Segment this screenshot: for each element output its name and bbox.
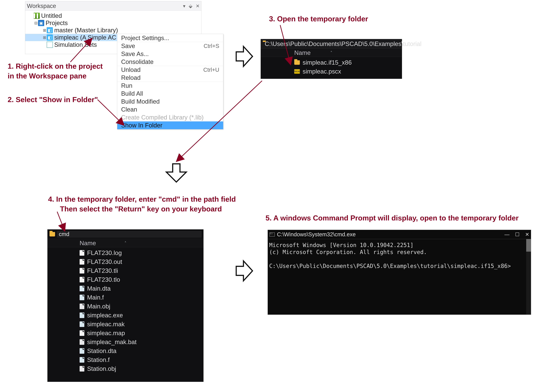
list-item[interactable]: Main.f: [48, 293, 203, 302]
file-name: FLAT230.log: [87, 249, 122, 256]
dropdown-icon[interactable]: ▾: [183, 1, 185, 11]
expand-icon[interactable]: ⊞: [42, 28, 47, 33]
context-menu: Project Settings... Save Ctrl+S Save As.…: [117, 34, 223, 129]
column-name-label: Name: [80, 240, 96, 247]
folder-icon: [49, 232, 55, 236]
list-item[interactable]: simpleac.exe: [48, 311, 203, 320]
step-4-line-a: 4. In the temporary folder, enter "cmd" …: [48, 195, 236, 203]
projects-icon: ▣: [38, 20, 44, 26]
scrollbar[interactable]: [526, 239, 531, 315]
tree-label-untitled: Untitled: [41, 12, 62, 19]
simsets-icon: [47, 42, 53, 48]
step-5-annotation: 5. A windows Command Prompt will display…: [266, 213, 519, 223]
menu-label: Save: [121, 42, 135, 49]
tree-row-projects[interactable]: ⊟ ▣ Projects: [25, 19, 201, 27]
file-icon: [80, 339, 84, 345]
menu-label: Consolidate: [121, 58, 153, 65]
list-item[interactable]: Station.dta: [48, 346, 203, 355]
menu-label: Show In Folder: [121, 122, 162, 129]
tree-label-simsets: Simulation Sets: [54, 41, 97, 48]
list-item[interactable]: Station.f: [48, 355, 203, 364]
list-item[interactable]: PSCAD simpleac.pscx: [261, 67, 402, 76]
folder-icon: [294, 60, 300, 65]
file-icon: [80, 259, 84, 265]
menu-label: Reload: [121, 74, 140, 81]
list-item[interactable]: Main.obj: [48, 302, 203, 311]
list-item[interactable]: simpleac.map: [48, 329, 203, 338]
step-2-annotation: 2. Select "Show in Folder": [8, 95, 98, 104]
file-icon: [80, 286, 84, 291]
list-item[interactable]: FLAT230.log: [48, 248, 203, 257]
file-name: simpleac.map: [87, 330, 125, 336]
tree-label-projects: Projects: [46, 19, 68, 27]
address-input[interactable]: [57, 231, 201, 238]
menu-run[interactable]: Run: [117, 82, 223, 89]
scrollbar-thumb[interactable]: [526, 239, 531, 252]
cmd-line: (c) Microsoft Corporation. All rights re…: [269, 249, 427, 255]
menu-consolidate[interactable]: Consolidate: [117, 58, 223, 66]
project-stack-icon: ▌▌: [33, 13, 40, 19]
list-item[interactable]: FLAT230.tli: [48, 266, 203, 275]
library-icon: ◧: [47, 27, 53, 33]
list-item[interactable]: FLAT230.out: [48, 257, 203, 266]
pin-icon[interactable]: ⬙: [189, 1, 192, 11]
menu-show-in-folder[interactable]: Show In Folder: [117, 121, 223, 129]
menu-reload[interactable]: Reload: [117, 74, 223, 82]
tree-row-untitled[interactable]: ▌▌ Untitled: [25, 12, 201, 19]
menu-save-as[interactable]: Save As...: [117, 50, 223, 58]
file-icon: [80, 348, 84, 354]
menu-label: Clean: [121, 106, 137, 113]
cmd-output[interactable]: Microsoft Windows [Version 10.0.19042.22…: [268, 239, 531, 315]
expand-icon[interactable]: ⊞: [42, 35, 47, 40]
explorer-address-bar[interactable]: C:\Users\Public\Documents\PSCAD\5.0\Exam…: [261, 39, 402, 49]
file-name: Main.dta: [87, 285, 111, 292]
explorer-tutorial-folder: C:\Users\Public\Documents\PSCAD\5.0\Exam…: [261, 39, 402, 79]
cmd-line: Microsoft Windows [Version 10.0.19042.22…: [269, 242, 414, 248]
file-icon: [80, 321, 84, 327]
close-icon[interactable]: ✕: [525, 232, 529, 238]
file-icon: [80, 303, 84, 309]
list-item[interactable]: simpleac.mak: [48, 320, 203, 329]
cmd-prompt: C:\Users\Public\Documents\PSCAD\5.0\Exam…: [269, 263, 511, 269]
step-1-line-b: in the Workspace pane: [8, 72, 86, 80]
cmd-icon: [269, 232, 275, 237]
svg-line-4: [57, 212, 65, 231]
menu-build-modified[interactable]: Build Modified: [117, 98, 223, 105]
menu-save[interactable]: Save Ctrl+S: [117, 42, 223, 50]
list-item[interactable]: Main.dta: [48, 284, 203, 293]
list-item[interactable]: simpleac.if15_x86: [261, 58, 402, 67]
menu-project-settings[interactable]: Project Settings...: [117, 34, 223, 42]
list-item[interactable]: Station.obj: [48, 364, 203, 373]
cmd-titlebar[interactable]: C:\Windows\System32\cmd.exe — ☐ ✕: [268, 230, 531, 239]
minimize-icon[interactable]: —: [505, 232, 510, 238]
step-4-line-b: Then select the "Return" key on your key…: [48, 205, 222, 213]
explorer-address-bar[interactable]: [48, 229, 203, 239]
step-1-annotation: 1. Right-click on the project in the Wor…: [8, 61, 103, 81]
explorer-header[interactable]: ˄ Name: [48, 239, 203, 247]
file-icon: [80, 295, 84, 300]
menu-unload[interactable]: Unload Ctrl+U: [117, 66, 223, 74]
explorer-header[interactable]: ˄ Name: [261, 49, 402, 57]
flow-arrow-icon: [235, 259, 253, 283]
menu-build-all[interactable]: Build All: [117, 89, 223, 98]
list-item[interactable]: FLAT230.tlo: [48, 275, 203, 284]
file-name: Station.obj: [87, 365, 116, 372]
explorer-path-text: C:\Users\Public\Documents\PSCAD\5.0\Exam…: [265, 40, 421, 47]
menu-label: Project Settings...: [121, 35, 169, 42]
tree-row-master[interactable]: ⊞ ◧ master (Master Library): [25, 27, 201, 34]
collapse-icon[interactable]: ⊟: [33, 21, 38, 25]
file-icon: [80, 357, 84, 363]
menu-clean[interactable]: Clean: [117, 105, 223, 113]
file-name: Main.obj: [87, 303, 110, 310]
workspace-titlebar: Workspace ▾ ⬙ ✕: [25, 1, 201, 11]
file-icon: [80, 268, 84, 274]
list-item[interactable]: simpleac_mak.bat: [48, 338, 203, 346]
file-name: simpleac.if15_x86: [303, 59, 352, 66]
file-icon: [80, 313, 84, 318]
menu-label: Create Compiled Library (*.lib): [121, 114, 204, 121]
maximize-icon[interactable]: ☐: [515, 232, 520, 238]
menu-label: Build All: [121, 90, 143, 97]
file-name: simpleac.exe: [87, 312, 123, 319]
command-prompt-window: C:\Windows\System32\cmd.exe — ☐ ✕ Micros…: [268, 230, 531, 315]
close-icon[interactable]: ✕: [196, 1, 200, 11]
